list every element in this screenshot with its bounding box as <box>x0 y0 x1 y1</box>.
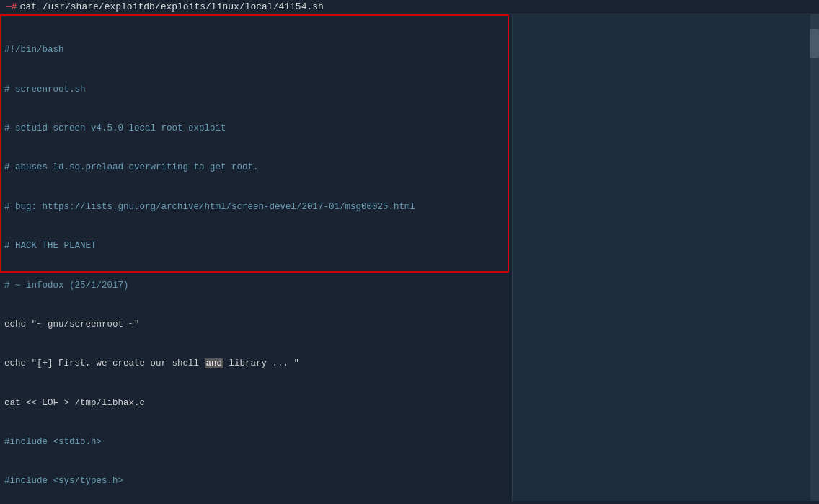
line-6: # HACK THE PLANET <box>4 239 508 252</box>
line-5: # bug: https://lists.gnu.org/archive/htm… <box>4 200 508 213</box>
line-4: # abuses ld.so.preload overwriting to ge… <box>4 161 508 174</box>
line-7: # ~ infodox (25/1/2017) <box>4 279 508 292</box>
scrollbar[interactable] <box>810 14 819 501</box>
line-12: #include <sys/types.h> <box>4 474 508 487</box>
line-3: # setuid screen v4.5.0 local root exploi… <box>4 122 508 135</box>
code-block: #!/bin/bash # screenroot.sh # setuid scr… <box>0 14 512 501</box>
line-10: cat << EOF > /tmp/libhax.c <box>4 397 508 410</box>
content-area: #!/bin/bash # screenroot.sh # setuid scr… <box>0 14 819 501</box>
line-8: echo "~ gnu/screenroot ~" <box>4 318 508 331</box>
line-9: echo "[+] First, we create our shell and… <box>4 357 508 370</box>
main-content: #!/bin/bash # screenroot.sh # setuid scr… <box>0 14 512 501</box>
line-1: #!/bin/bash <box>4 43 508 56</box>
right-panel <box>512 14 819 501</box>
line-11: #include <stdio.h> <box>4 436 508 448</box>
top-bar: ─# cat /usr/share/exploitdb/exploits/lin… <box>0 0 819 14</box>
command-text: cat /usr/share/exploitdb/exploits/linux/… <box>20 1 324 12</box>
line-2: # screenroot.sh <box>4 83 508 96</box>
terminal: ─# cat /usr/share/exploitdb/exploits/lin… <box>0 0 819 504</box>
scrollbar-thumb[interactable] <box>810 29 819 58</box>
prompt-symbol: ─# <box>6 1 17 12</box>
